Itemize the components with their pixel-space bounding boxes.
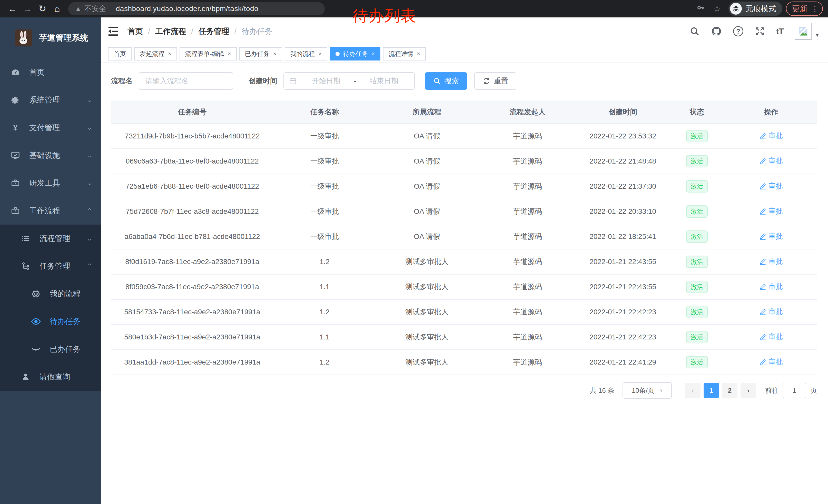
- home-icon[interactable]: ⌂: [50, 3, 65, 14]
- close-icon[interactable]: ×: [371, 50, 375, 57]
- update-label[interactable]: 更新: [792, 4, 808, 14]
- security-warning[interactable]: 不安全: [85, 4, 106, 13]
- total-count: 共 16 条: [590, 386, 614, 395]
- cell-task-name: 1.1: [274, 274, 376, 300]
- process-name-field[interactable]: [139, 72, 233, 90]
- cell-process: OA 请假: [376, 174, 478, 199]
- cell-task-name: 一级审批: [274, 224, 376, 249]
- sidebar-item-0[interactable]: 首页: [0, 58, 101, 86]
- approve-label: 审批: [769, 231, 783, 241]
- sidebar-item-6[interactable]: 流程管理⌄: [0, 225, 101, 252]
- approve-button[interactable]: 审批: [759, 181, 783, 191]
- sidebar-item-11[interactable]: 请假查询: [0, 363, 101, 391]
- approve-label: 审批: [769, 307, 783, 317]
- sidebar-item-1[interactable]: 系统管理⌄: [0, 86, 101, 114]
- sidebar-item-2[interactable]: ¥支付管理⌄: [0, 114, 101, 141]
- tab-label: 已办任务: [245, 50, 270, 58]
- goto-page-input[interactable]: [783, 383, 806, 398]
- robot-icon: [30, 288, 42, 300]
- tab-3[interactable]: 已办任务×: [239, 47, 282, 60]
- font-size-icon[interactable]: tT: [776, 27, 783, 36]
- topbar: 首页/工作流程/任务管理/待办任务 ?: [101, 17, 828, 45]
- approve-button[interactable]: 审批: [759, 131, 783, 141]
- user-menu-caret-icon[interactable]: ▾: [816, 31, 819, 39]
- chevron-down-icon: ▾: [660, 387, 663, 394]
- breadcrumb-item-0[interactable]: 首页: [127, 26, 143, 37]
- monitor-icon: [10, 150, 21, 161]
- close-icon[interactable]: ×: [228, 50, 231, 57]
- reset-button[interactable]: 重置: [474, 72, 516, 90]
- page-button-1[interactable]: 1: [704, 383, 719, 398]
- approve-button[interactable]: 审批: [759, 257, 783, 266]
- sidebar-item-8[interactable]: 我的流程: [0, 280, 101, 308]
- collapse-sidebar-icon[interactable]: [108, 26, 119, 36]
- avatar[interactable]: [795, 23, 812, 40]
- calendar-icon: [289, 77, 297, 85]
- github-icon[interactable]: [711, 26, 722, 37]
- close-icon[interactable]: ×: [273, 50, 277, 57]
- chevron-down-icon: ⌄: [87, 179, 92, 187]
- range-separator: -: [351, 77, 359, 85]
- prev-page-button[interactable]: ‹: [685, 383, 701, 398]
- tab-6[interactable]: 流程详情×: [383, 47, 426, 60]
- browser-menu-icon[interactable]: ⋮: [811, 4, 819, 13]
- reload-icon[interactable]: ↻: [35, 3, 50, 14]
- approve-button[interactable]: 审批: [759, 207, 783, 216]
- search-button[interactable]: 搜索: [425, 72, 467, 90]
- sidebar-item-3[interactable]: 基础设施⌄: [0, 141, 101, 169]
- sidebar: 芋道管理系统 首页系统管理⌄¥支付管理⌄基础设施⌄研发工具⌄工作流程⌃流程管理⌄…: [0, 17, 101, 504]
- cell-initiator: 芋道源码: [478, 300, 577, 325]
- close-icon[interactable]: ×: [319, 50, 322, 57]
- search-icon[interactable]: [690, 26, 700, 36]
- url-text[interactable]: dashboard.yudao.iocoder.cn/bpm/task/todo: [116, 5, 258, 13]
- approve-label: 审批: [769, 156, 783, 166]
- breadcrumb-item-2[interactable]: 任务管理: [199, 26, 229, 37]
- sidebar-item-7[interactable]: 任务管理⌃: [0, 252, 101, 280]
- cell-created: 2022-01-21 22:42:23: [577, 300, 669, 325]
- approve-button[interactable]: 审批: [759, 307, 783, 317]
- approve-button[interactable]: 审批: [759, 357, 783, 367]
- cell-created: 2022-01-21 22:41:29: [577, 350, 669, 375]
- approve-button[interactable]: 审批: [759, 156, 783, 166]
- next-page-button[interactable]: ›: [741, 383, 756, 398]
- end-date-placeholder[interactable]: 结束日期: [359, 76, 409, 86]
- page-size-select[interactable]: 10条/页 ▾: [623, 382, 672, 399]
- fullscreen-icon[interactable]: [755, 26, 765, 36]
- update-button[interactable]: 更新 ⋮: [786, 2, 823, 16]
- process-name-input[interactable]: [146, 77, 226, 85]
- breadcrumb-separator: /: [235, 27, 237, 36]
- tab-4[interactable]: 我的流程×: [285, 47, 328, 60]
- sidebar-item-5[interactable]: 工作流程⌃: [0, 197, 101, 225]
- approve-button[interactable]: 审批: [759, 231, 783, 241]
- close-icon[interactable]: ×: [417, 50, 420, 57]
- sidebar-item-10[interactable]: 已办任务: [0, 335, 101, 363]
- approve-button[interactable]: 审批: [759, 332, 783, 342]
- sidebar-item-label: 待办任务: [50, 316, 101, 327]
- start-date-placeholder[interactable]: 开始日期: [301, 76, 351, 86]
- incognito-badge: 无痕模式: [729, 2, 782, 16]
- help-icon[interactable]: ?: [733, 26, 743, 36]
- star-icon[interactable]: ☆: [713, 4, 721, 13]
- sidebar-item-4[interactable]: 研发工具⌄: [0, 169, 101, 197]
- cell-task-name: 1.1: [274, 325, 376, 350]
- edit-icon: [759, 358, 767, 366]
- sidebar-item-9[interactable]: 待办任务: [0, 308, 101, 335]
- app-logo-row[interactable]: 芋道管理系统: [0, 17, 101, 58]
- approve-button[interactable]: 审批: [759, 282, 783, 291]
- table-row: 381aa1dd-7ac8-11ec-a9e2-a2380e71991a1.2测…: [111, 350, 817, 375]
- tab-2[interactable]: 流程表单-编辑×: [179, 47, 237, 60]
- back-icon[interactable]: ←: [5, 3, 20, 14]
- cell-created: 2022-01-21 22:43:55: [577, 249, 669, 274]
- key-icon[interactable]: [696, 3, 705, 14]
- tab-5[interactable]: 待办任务×: [330, 47, 380, 60]
- forward-icon[interactable]: →: [20, 3, 35, 14]
- tab-0[interactable]: 首页×: [108, 47, 132, 60]
- address-bar[interactable]: ▲ 不安全 dashboard.yudao.iocoder.cn/bpm/tas…: [68, 2, 325, 15]
- breadcrumb-item-1[interactable]: 工作流程: [155, 26, 186, 37]
- tab-1[interactable]: 发起流程×: [134, 47, 177, 60]
- page-button-2[interactable]: 2: [722, 383, 738, 398]
- date-range-picker[interactable]: 开始日期 - 结束日期: [283, 72, 415, 90]
- close-icon[interactable]: ×: [168, 50, 171, 57]
- cell-task-name: 1.2: [274, 249, 376, 274]
- warning-icon[interactable]: ▲: [75, 5, 82, 13]
